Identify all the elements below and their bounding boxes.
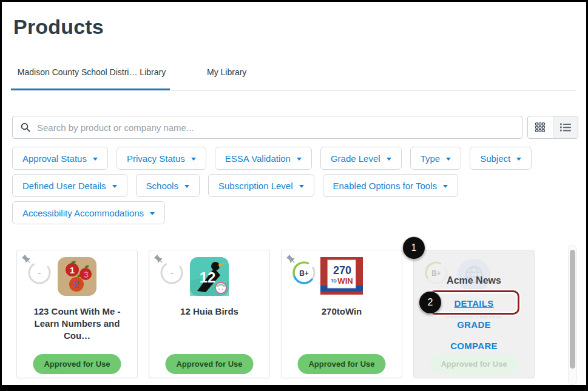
page-title: Products — [13, 15, 104, 39]
icon-digit-3: 3 — [84, 269, 89, 279]
search-box[interactable] — [12, 116, 522, 139]
products-page: Products Madison County School Distri… L… — [2, 2, 586, 385]
grade-value: - — [38, 268, 41, 278]
filter-label: Schools — [146, 181, 178, 191]
chevron-down-icon — [150, 212, 155, 215]
filter-schools[interactable]: Schools — [136, 174, 200, 197]
chevron-down-icon — [387, 158, 391, 161]
filter-grade-level[interactable]: Grade Level — [320, 147, 402, 170]
filter-enabled-options-for-tools[interactable]: Enabled Options for Tools — [323, 174, 459, 197]
grade-value: - — [171, 268, 174, 278]
approval-status-badge[interactable]: Approved for Use — [165, 354, 253, 374]
filter-label: Subscription Level — [218, 181, 293, 191]
product-title[interactable]: 123 Count With Me - Learn Numbers and Co… — [22, 306, 132, 342]
tab-district-library[interactable]: Madison County School Distri… Library — [12, 67, 171, 77]
search-input[interactable] — [37, 122, 515, 133]
icon-digit-2: 2 — [74, 279, 79, 290]
filter-row-3: Accessibility Accommodations — [12, 201, 165, 224]
grade-gauge: B+ — [291, 259, 317, 289]
chevron-down-icon — [191, 158, 196, 161]
icon-digit-1: 1 — [70, 265, 75, 275]
chevron-down-icon — [443, 185, 448, 188]
chevron-down-icon — [516, 158, 521, 161]
product-title[interactable]: 12 Huia Birds — [154, 306, 265, 318]
product-card-grid: - 1 3 2 123 Count With Me - Learn Numbe — [16, 250, 535, 378]
product-title[interactable]: 270toWin — [286, 306, 397, 318]
filter-label: Grade Level — [331, 153, 380, 164]
approval-status-badge[interactable]: Approved for Use — [33, 354, 121, 374]
product-card-270towin[interactable]: B+ 270 TO WIN 270toWin Approved for Use — [281, 250, 402, 378]
filter-label: Approval Status — [22, 153, 87, 164]
filter-row-2: Defined User Details Schools Subscriptio… — [12, 174, 458, 197]
search-icon — [20, 122, 31, 133]
list-view-button[interactable] — [553, 116, 578, 138]
grade-gauge: - — [158, 259, 185, 289]
filter-row-1: Approval Status Privacy Status ESSA Vali… — [12, 147, 532, 170]
app-icon-12-huia-birds: 12 — [190, 257, 229, 298]
icon-text-win: WIN — [337, 276, 353, 286]
grid-view-icon — [535, 122, 546, 133]
filter-label: Enabled Options for Tools — [333, 181, 438, 191]
filter-defined-user-details[interactable]: Defined User Details — [12, 174, 127, 197]
app-icon-270towin: 270 TO WIN — [320, 257, 363, 297]
grid-view-button[interactable] — [528, 116, 553, 138]
product-card-123-count[interactable]: - 1 3 2 123 Count With Me - Learn Numbe — [16, 250, 138, 378]
filter-label: Defined User Details — [22, 181, 106, 191]
list-view-icon — [559, 122, 572, 133]
tabs-divider — [11, 90, 576, 91]
filter-label: Accessibility Accommodations — [22, 208, 144, 218]
compare-link[interactable]: COMPARE — [414, 341, 534, 351]
chevron-down-icon — [184, 185, 189, 188]
screenshot-frame: Products Madison County School Distri… L… — [0, 0, 588, 391]
filter-label: ESSA Validation — [225, 153, 291, 164]
product-title: Acme News — [414, 275, 534, 286]
chevron-down-icon — [446, 158, 451, 161]
filter-type[interactable]: Type — [410, 147, 462, 170]
product-card-acme-news[interactable]: B+ Acme News Acme News DETAILS GRADE COM… — [413, 250, 535, 378]
filter-accessibility-accommodations[interactable]: Accessibility Accommodations — [12, 201, 165, 224]
callout-badge-1: 1 — [403, 237, 425, 259]
filter-label: Subject — [480, 153, 510, 164]
filter-approval-status[interactable]: Approval Status — [12, 147, 108, 170]
icon-text-270: 270 — [333, 264, 351, 276]
approval-status-badge[interactable]: Approved for Use — [297, 354, 385, 374]
grade-value: B+ — [299, 269, 309, 278]
callout-badge-2: 2 — [419, 292, 441, 313]
filter-subject[interactable]: Subject — [470, 147, 532, 170]
icon-text-to: TO — [331, 279, 337, 283]
chevron-down-icon — [93, 158, 98, 161]
filter-privacy-status[interactable]: Privacy Status — [117, 147, 206, 170]
filter-essa-validation[interactable]: ESSA Validation — [215, 147, 312, 170]
scrollbar-thumb[interactable] — [570, 250, 575, 369]
tab-my-library[interactable]: My Library — [207, 67, 246, 77]
view-toggle — [527, 116, 578, 139]
grade-link[interactable]: GRADE — [414, 319, 534, 330]
chevron-down-icon — [299, 185, 304, 188]
app-icon-123-count: 1 3 2 — [58, 257, 96, 298]
approval-status-badge-faded: Approved for Use — [430, 354, 518, 374]
grade-gauge: - — [26, 259, 53, 289]
icon-number: 12 — [200, 269, 216, 286]
chevron-down-icon — [297, 158, 302, 161]
chevron-down-icon — [112, 185, 117, 188]
filter-label: Privacy Status — [127, 153, 185, 164]
product-card-12-huia-birds[interactable]: - 12 12 Huia Birds Approved for Use — [149, 250, 270, 378]
filter-subscription-level[interactable]: Subscription Level — [208, 174, 314, 197]
scrollbar-track[interactable] — [568, 245, 577, 385]
filter-label: Type — [421, 153, 441, 164]
